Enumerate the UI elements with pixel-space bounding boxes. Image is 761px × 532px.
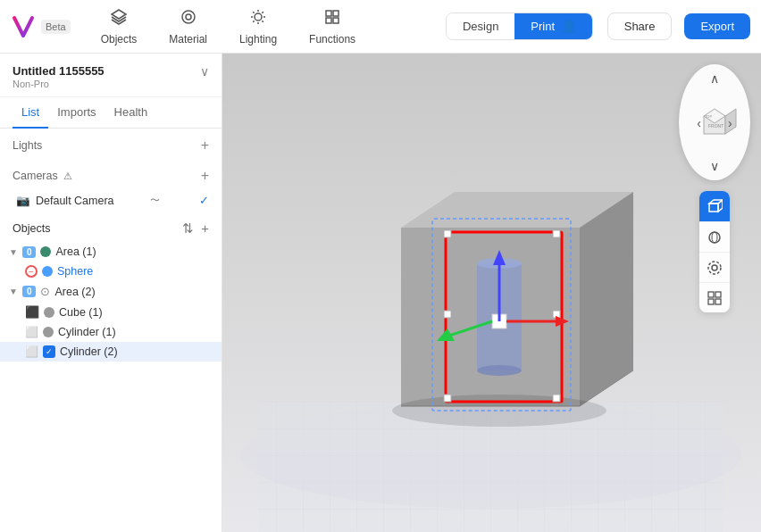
tree-cube1[interactable]: ⬛ Cube (1) [0,302,222,322]
functions-icon [323,8,341,30]
viewport[interactable]: ∧ FRONT TOP ∨ ‹ › [222,54,761,532]
area1-caret-icon[interactable]: ▼ [9,247,18,257]
sidebar: Untitled 1155555 Non-Pro ∨ List Imports … [0,54,222,532]
nav-objects[interactable]: Objects [88,3,150,51]
area1-badge: 0 [22,246,37,258]
nav-functions[interactable]: Functions [297,3,368,51]
svg-rect-27 [444,395,451,402]
add-object-btn[interactable]: + [201,220,209,237]
add-light-btn[interactable]: + [201,137,209,154]
svg-rect-11 [326,11,331,16]
cameras-section: Cameras ⚠ + [0,159,222,189]
area1-dot-icon [40,246,51,257]
sort-objects-btn[interactable]: ⇅ [182,220,194,237]
svg-point-52 [712,265,717,270]
default-camera-row[interactable]: 📷 Default Camera 〜 ✓ [0,189,222,212]
sphere-view-btn[interactable] [699,221,730,252]
area1-label: Area (1) [55,245,96,258]
tree-cylinder1[interactable]: ⬜ Cylinder (1) [0,322,222,342]
add-camera-btn[interactable]: + [201,168,209,184]
objects-actions: ⇅ + [182,220,209,237]
nav-cube-down-arrow[interactable]: ∨ [710,159,719,173]
cylinder1-dot-icon [43,327,54,337]
beta-badge: Beta [41,20,71,34]
cylinder2-icon: ⬜ [25,345,38,358]
tab-health[interactable]: Health [105,97,157,129]
svg-line-8 [262,21,263,21]
nav-lighting[interactable]: Lighting [227,3,289,51]
svg-point-50 [709,232,720,243]
nav-material[interactable]: Material [156,3,220,51]
print-mode-btn[interactable]: Print 👤 [514,13,591,39]
svg-rect-55 [715,292,721,297]
share-button[interactable]: Share [607,12,673,40]
tab-imports[interactable]: Imports [48,97,105,129]
tree-area1[interactable]: ▼ 0 Area (1) [0,242,222,262]
svg-rect-47 [709,204,718,212]
cylinder2-checkbox-icon[interactable] [43,345,55,358]
print-icon: 👤 [562,20,576,33]
svg-point-53 [708,262,721,274]
cube1-label: Cube (1) [59,306,103,319]
svg-point-0 [182,11,195,23]
svg-line-9 [262,12,263,12]
cube-view-btn[interactable] [699,191,730,221]
tab-list[interactable]: List [13,97,48,129]
nav-objects-label: Objects [101,33,138,46]
area2-caret-icon[interactable]: ▼ [9,287,18,296]
svg-rect-29 [444,311,451,318]
svg-line-7 [253,12,254,12]
topbar: Beta Objects Material Lighting Functions… [0,0,761,54]
lighting-icon [249,8,267,30]
design-mode-btn[interactable]: Design [447,13,514,39]
mode-toggle: Design Print 👤 [446,12,593,40]
camera-icon: 📷 [16,194,30,207]
sphere-minus-icon: − [25,265,38,278]
lights-section: Lights + [0,129,222,159]
objects-icon [110,8,128,30]
sphere-dot-icon [42,266,53,277]
nav-functions-label: Functions [309,33,355,46]
grid-view-btn[interactable] [699,282,730,312]
svg-point-1 [186,14,191,20]
cameras-label: Cameras ⚠ [13,170,72,182]
camera-wave-icon: 〜 [150,194,160,207]
svg-rect-57 [715,299,721,304]
svg-rect-26 [553,230,560,237]
project-chevron-icon[interactable]: ∨ [200,64,209,79]
nav-cube-left-arrow[interactable]: ‹ [697,116,701,130]
cylinder1-label: Cylinder (1) [58,326,116,338]
cylinder1-icon: ⬜ [25,326,38,338]
nav-cube-up-arrow[interactable]: ∧ [710,71,719,86]
material-icon [180,8,197,30]
viewport-controls: ∧ FRONT TOP ∨ ‹ › [679,64,750,312]
main-area: Untitled 1155555 Non-Pro ∨ List Imports … [0,54,761,532]
lights-label: Lights [13,139,42,152]
svg-rect-28 [553,395,560,402]
svg-line-10 [253,21,254,21]
logo[interactable]: Beta [11,14,71,39]
tree-area2[interactable]: ▼ 0 ⊙ Area (2) [0,281,222,302]
objects-label: Objects [13,222,50,235]
area2-label: Area (2) [54,286,95,298]
svg-marker-49 [718,200,723,212]
svg-rect-54 [708,292,714,297]
area2-group-icon: ⊙ [40,285,50,298]
nav-cube-right-arrow[interactable]: › [728,116,732,130]
project-header: Untitled 1155555 Non-Pro ∨ [0,54,222,97]
tree-sphere[interactable]: − Sphere [0,262,222,281]
svg-rect-14 [333,18,339,23]
cube1-dot-icon [44,307,54,318]
project-name: Untitled 1155555 [13,64,105,78]
project-sub: Non-Pro [13,79,105,89]
svg-rect-13 [326,18,331,23]
tree-cylinder2[interactable]: ⬜ Cylinder (2) [0,342,222,362]
cube1-icon: ⬛ [25,305,39,319]
objects-section: Objects ⇅ + [0,212,222,242]
svg-rect-25 [444,230,451,237]
svg-point-23 [392,395,606,427]
export-button[interactable]: Export [684,13,750,39]
logo-icon [11,14,36,39]
settings-view-btn[interactable] [699,252,730,282]
svg-marker-20 [580,192,633,406]
